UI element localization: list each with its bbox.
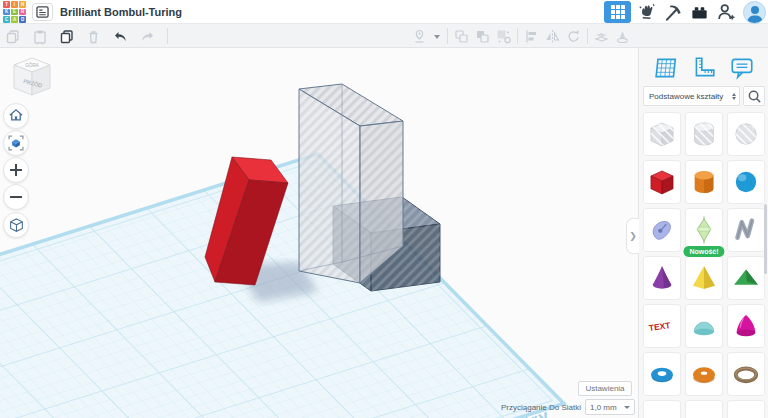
shape-tile-cylinder[interactable] xyxy=(685,160,723,204)
3d-viewport[interactable]: Milimetry xyxy=(0,48,638,418)
workplane-tool-icon[interactable] xyxy=(653,55,679,81)
design-title[interactable]: Brilliant Bombul-Turing xyxy=(60,0,182,24)
shape-tile-pyramid[interactable] xyxy=(685,256,723,300)
zoom-in-button[interactable] xyxy=(3,157,29,183)
shape-tile-hole-box[interactable] xyxy=(643,112,681,156)
shape-search-button[interactable] xyxy=(743,86,765,106)
shape-tile-roof[interactable] xyxy=(727,256,765,300)
shape-tile-hole-cylinder[interactable] xyxy=(685,112,723,156)
sphere-icon xyxy=(729,165,763,199)
torus-thick-icon xyxy=(687,357,721,391)
tinkercad-logo[interactable]: TINKERCAD xyxy=(3,1,26,23)
cone-icon xyxy=(645,261,679,295)
ruler-tool-icon[interactable] xyxy=(691,55,717,81)
grid-icon xyxy=(611,5,625,19)
rotate-icon[interactable] xyxy=(566,29,581,44)
shape-tile-extra-3[interactable] xyxy=(727,400,765,418)
shape-tile-squiggle[interactable] xyxy=(727,208,765,252)
shape-tile-extra-1[interactable] xyxy=(643,400,681,418)
paste-icon[interactable] xyxy=(32,29,47,44)
shape-tile-cone[interactable] xyxy=(643,256,681,300)
snap-value: 1,0 mm xyxy=(590,403,617,412)
user-avatar[interactable] xyxy=(743,1,766,24)
shape-tile-extra-2[interactable] xyxy=(685,400,723,418)
notes-tool-icon[interactable] xyxy=(729,55,755,81)
panel-scrollbar[interactable] xyxy=(764,204,767,274)
multiselect-icon[interactable] xyxy=(496,29,511,44)
toolbar-divider xyxy=(587,28,588,44)
pyramid-icon xyxy=(687,261,721,295)
home-view-button[interactable] xyxy=(3,103,29,129)
layers-icon[interactable] xyxy=(594,29,609,44)
shape-icon xyxy=(645,405,679,418)
search-icon xyxy=(747,89,762,104)
dome-icon xyxy=(687,309,721,343)
shape-tile-ring[interactable] xyxy=(727,352,765,396)
shape-tile-spin-top[interactable]: Nowość! xyxy=(685,208,723,252)
roof-icon xyxy=(729,261,763,295)
workplane-pin-icon[interactable] xyxy=(412,29,427,44)
list-icon xyxy=(36,6,49,18)
lego-brick-icon[interactable] xyxy=(690,3,709,22)
fit-view-icon xyxy=(6,133,26,153)
logo-tile: D xyxy=(19,16,26,23)
hole-box-icon xyxy=(645,117,679,151)
group-icon[interactable] xyxy=(454,29,469,44)
ring-icon xyxy=(729,357,763,391)
mirror-icon[interactable] xyxy=(545,29,560,44)
delete-icon[interactable] xyxy=(86,29,101,44)
snap-label: Przyciąganie Do Siatki xyxy=(501,403,581,412)
settings-button[interactable]: Ustawienia xyxy=(578,381,632,396)
logo-tile: E xyxy=(11,9,18,16)
top-bar: TINKERCAD Brilliant Bombul-Turing xyxy=(0,0,768,24)
shape-tile-sphere[interactable] xyxy=(727,160,765,204)
logo-tile: A xyxy=(11,16,18,23)
shape-tile-dome[interactable] xyxy=(685,304,723,348)
shape-category-value: Podstawowe kształty xyxy=(649,92,732,101)
lock-icon[interactable] xyxy=(615,29,630,44)
panel-tools xyxy=(639,52,768,84)
shape-icon xyxy=(687,405,721,418)
panel-collapse-tab[interactable]: ❯ xyxy=(626,218,639,254)
document-menu-button[interactable] xyxy=(32,3,53,21)
glove-icon[interactable] xyxy=(638,3,657,22)
shape-tile-scribble[interactable] xyxy=(643,208,681,252)
shape-tile-torus-thick[interactable] xyxy=(685,352,723,396)
3d-scene[interactable] xyxy=(0,48,638,418)
person-add-icon[interactable] xyxy=(716,2,736,22)
svg-text:TEXT: TEXT xyxy=(648,320,672,333)
toolbar-divider xyxy=(517,28,518,44)
shape-tile-paraboloid[interactable] xyxy=(727,304,765,348)
spin-top-icon xyxy=(687,213,721,247)
fit-view-button[interactable] xyxy=(3,130,29,156)
shape-tile-box[interactable] xyxy=(643,160,681,204)
logo-tile: R xyxy=(19,9,26,16)
zoom-out-button[interactable] xyxy=(3,184,29,210)
minus-icon xyxy=(8,189,24,205)
duplicate-icon[interactable] xyxy=(59,29,74,44)
view-cube[interactable]: GÓRA PRZÓD xyxy=(8,54,56,102)
caret-down-icon[interactable] xyxy=(433,29,441,44)
avatar-person-icon xyxy=(744,2,766,24)
dropdown-arrows-icon xyxy=(732,93,736,100)
blocks-view-button[interactable] xyxy=(604,1,631,23)
pickaxe-icon[interactable] xyxy=(664,3,683,22)
shape-tile-hole-sphere[interactable] xyxy=(727,112,765,156)
home-icon xyxy=(6,106,26,126)
ungroup-icon[interactable] xyxy=(475,29,490,44)
scribble-icon xyxy=(645,213,679,247)
copy-icon[interactable] xyxy=(5,29,20,44)
redo-icon[interactable] xyxy=(140,29,155,44)
tall-hole-box[interactable] xyxy=(299,84,403,283)
perspective-toggle-button[interactable] xyxy=(3,212,29,238)
snap-value-dropdown[interactable]: 1,0 mm xyxy=(585,399,635,415)
shape-tile-text[interactable]: TEXT xyxy=(643,304,681,348)
logo-tile: T xyxy=(3,1,10,8)
align-icon[interactable] xyxy=(524,29,539,44)
text-icon: TEXT xyxy=(645,309,679,343)
undo-icon[interactable] xyxy=(113,29,128,44)
shape-category-dropdown[interactable]: Podstawowe kształty xyxy=(643,86,740,106)
shape-tile-torus[interactable] xyxy=(643,352,681,396)
logo-tile: K xyxy=(3,9,10,16)
viewcube-top-label[interactable]: GÓRA xyxy=(25,62,38,68)
